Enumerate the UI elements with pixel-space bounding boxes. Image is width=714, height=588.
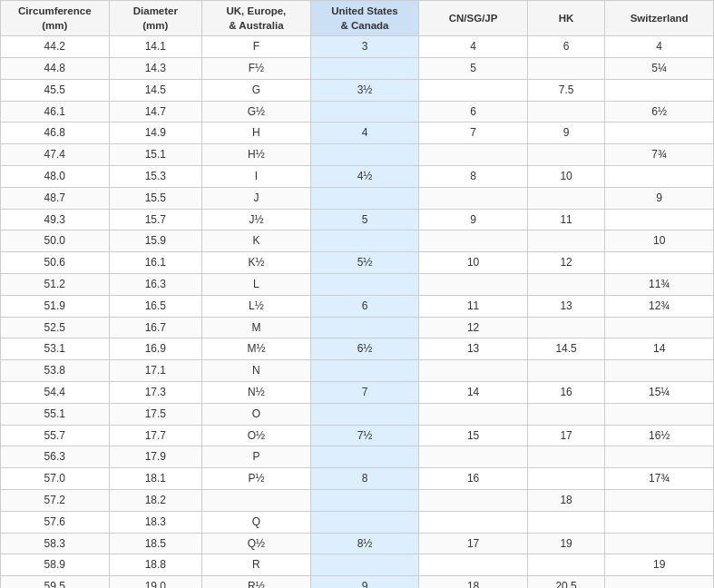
cell-hk: 13 <box>527 295 604 317</box>
cell-ch: 19 <box>605 554 714 576</box>
cell-cn <box>419 79 528 101</box>
cell-ch <box>605 209 714 230</box>
cell-diam: 15.9 <box>109 230 202 252</box>
cell-us: 5½ <box>310 252 419 274</box>
cell-diam: 14.7 <box>109 101 202 122</box>
cell-circ: 47.4 <box>1 144 110 166</box>
table-row: 44.814.3F½55¼ <box>1 57 714 79</box>
cell-uk: P½ <box>202 468 311 490</box>
cell-ch: 11¾ <box>605 273 714 295</box>
table-row: 51.916.5L½6111312¾ <box>1 295 714 317</box>
cell-hk: 14.5 <box>527 338 604 360</box>
cell-ch: 14 <box>605 338 714 360</box>
cell-ch <box>605 122 714 144</box>
cell-ch: 12¾ <box>605 295 714 317</box>
cell-us: 8½ <box>310 533 419 554</box>
cell-diam: 15.1 <box>109 144 202 166</box>
cell-uk: H <box>202 122 311 144</box>
cell-hk: 20.5 <box>527 576 604 588</box>
cell-ch: 15¼ <box>605 381 714 403</box>
cell-cn <box>419 489 528 511</box>
cell-hk: 7.5 <box>527 79 604 101</box>
cell-diam: 17.7 <box>109 425 202 446</box>
cell-cn <box>419 273 528 295</box>
cell-circ: 46.1 <box>1 101 110 122</box>
cell-uk: R½ <box>202 576 311 588</box>
cell-ch: 5¼ <box>605 57 714 79</box>
cell-circ: 50.0 <box>1 230 110 252</box>
cell-ch <box>605 533 714 554</box>
cell-us <box>310 317 419 338</box>
cell-ch: 16½ <box>605 425 714 446</box>
table-row: 58.318.5Q½8½1719 <box>1 533 714 554</box>
cell-uk: I <box>202 165 311 187</box>
cell-us: 8 <box>310 468 419 490</box>
cell-diam: 17.9 <box>109 446 202 468</box>
cell-uk: L½ <box>202 295 311 317</box>
cell-us: 6½ <box>310 338 419 360</box>
cell-circ: 58.9 <box>1 554 110 576</box>
cell-circ: 57.0 <box>1 468 110 490</box>
table-row: 57.218.218 <box>1 489 714 511</box>
cell-uk: M½ <box>202 338 311 360</box>
cell-ch: 7¾ <box>605 144 714 166</box>
cell-hk <box>527 273 604 295</box>
cell-us: 7½ <box>310 425 419 446</box>
table-row: 50.015.9K10 <box>1 230 714 252</box>
cell-cn: 8 <box>419 165 528 187</box>
cell-diam: 19.0 <box>109 576 202 588</box>
cell-circ: 55.7 <box>1 425 110 446</box>
cell-uk: F <box>202 36 311 58</box>
ring-size-table: Circumference(mm)Diameter(mm)UK, Europe,… <box>0 0 714 588</box>
cell-ch <box>605 165 714 187</box>
cell-diam: 16.3 <box>109 273 202 295</box>
cell-hk: 10 <box>527 165 604 187</box>
cell-us <box>310 446 419 468</box>
cell-us: 4 <box>310 122 419 144</box>
cell-circ: 53.8 <box>1 360 110 382</box>
column-header-circ: Circumference(mm) <box>1 1 110 36</box>
cell-ch <box>605 317 714 338</box>
cell-uk: G <box>202 79 311 101</box>
cell-cn <box>419 144 528 166</box>
cell-hk <box>527 511 604 533</box>
cell-circ: 56.3 <box>1 446 110 468</box>
cell-uk: L <box>202 273 311 295</box>
cell-uk: G½ <box>202 101 311 122</box>
cell-diam: 17.1 <box>109 360 202 382</box>
cell-cn <box>419 403 528 425</box>
cell-us <box>310 511 419 533</box>
cell-hk <box>527 57 604 79</box>
table-row: 46.814.9H479 <box>1 122 714 144</box>
table-row: 58.918.8R19 <box>1 554 714 576</box>
cell-hk <box>527 554 604 576</box>
cell-circ: 51.2 <box>1 273 110 295</box>
cell-us <box>310 187 419 209</box>
cell-hk <box>527 317 604 338</box>
cell-circ: 55.1 <box>1 403 110 425</box>
cell-cn: 10 <box>419 252 528 274</box>
column-header-us: United States& Canada <box>310 1 419 36</box>
column-header-diam: Diameter(mm) <box>109 1 202 36</box>
cell-cn: 11 <box>419 295 528 317</box>
cell-diam: 16.5 <box>109 295 202 317</box>
cell-circ: 45.5 <box>1 79 110 101</box>
cell-cn: 5 <box>419 57 528 79</box>
table-row: 47.415.1H½7¾ <box>1 144 714 166</box>
cell-cn: 6 <box>419 101 528 122</box>
cell-diam: 18.3 <box>109 511 202 533</box>
cell-us <box>310 101 419 122</box>
cell-cn <box>419 360 528 382</box>
cell-circ: 44.8 <box>1 57 110 79</box>
table-row: 46.114.7G½66½ <box>1 101 714 122</box>
cell-diam: 15.5 <box>109 187 202 209</box>
cell-us <box>310 144 419 166</box>
cell-uk: O½ <box>202 425 311 446</box>
cell-diam: 17.3 <box>109 381 202 403</box>
cell-hk <box>527 187 604 209</box>
cell-diam: 15.3 <box>109 165 202 187</box>
cell-us: 6 <box>310 295 419 317</box>
cell-hk <box>527 468 604 490</box>
table-row: 55.717.7O½7½151716½ <box>1 425 714 446</box>
table-row: 53.817.1N <box>1 360 714 382</box>
